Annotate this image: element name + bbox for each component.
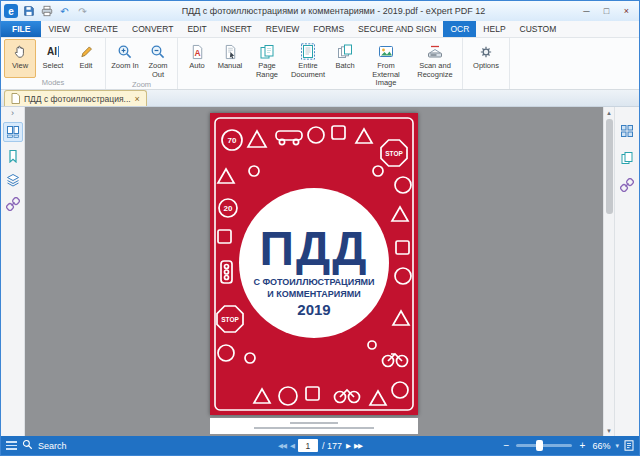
- menu-icon[interactable]: [6, 441, 17, 450]
- batch-label: Batch: [335, 62, 354, 71]
- tab-secure-and-sign[interactable]: SECURE AND SIGN: [351, 21, 443, 37]
- stop-sign-text: STOP: [385, 150, 403, 157]
- zoom-out-button[interactable]: Zoom Out: [142, 39, 174, 80]
- view-button-label: View: [12, 62, 28, 71]
- scan-and-recognize-label: Scan and Recognize: [412, 62, 458, 79]
- zoom-slider[interactable]: [516, 444, 572, 447]
- zoom-slider-thumb[interactable]: [536, 440, 543, 451]
- fit-page-icon[interactable]: [624, 440, 634, 451]
- status-zoom-in-button[interactable]: +: [577, 440, 587, 451]
- save-icon[interactable]: [21, 4, 36, 19]
- layers-icon: [6, 173, 20, 187]
- scroll-down-arrow[interactable]: ▼: [606, 425, 612, 436]
- vertical-scrollbar[interactable]: ▲ ▼: [603, 107, 614, 436]
- options-button[interactable]: Options: [466, 39, 506, 78]
- search-label[interactable]: Search: [38, 441, 67, 451]
- zoom-in-button[interactable]: Zoom In: [109, 39, 141, 80]
- manual-label: Manual: [218, 62, 243, 71]
- tab-convert[interactable]: CONVERT: [125, 21, 180, 37]
- window-title: ПДД с фотоиллюстрациями и комментариями …: [93, 6, 574, 16]
- next-page-button[interactable]: ▶: [346, 442, 350, 450]
- attachments-panel-button[interactable]: [3, 194, 23, 214]
- clipboard-panel-button[interactable]: [617, 148, 637, 168]
- edit-button-label: Edit: [80, 62, 93, 71]
- entire-document-button[interactable]: Entire Document: [288, 39, 328, 89]
- right-panel-rail: [614, 107, 639, 436]
- statusbar: Search ◀◀ ◀ 1 / 177 ▶ ▶▶ − + 66% ▾: [1, 436, 639, 455]
- first-page-button[interactable]: ◀◀: [278, 442, 286, 450]
- tab-insert[interactable]: INSERT: [214, 21, 259, 37]
- scan-and-recognize-button[interactable]: Scan and Recognize: [411, 39, 459, 89]
- tab-custom[interactable]: CUSTOM: [513, 21, 564, 37]
- pencil-icon: [79, 43, 94, 60]
- bookmarks-panel-button[interactable]: [3, 146, 23, 166]
- cover-title: ПДД: [260, 222, 369, 275]
- document-tab-label: ПДД с фотоиллюстрация...: [24, 94, 131, 104]
- thumbnails-panel-button[interactable]: [3, 122, 23, 142]
- stop-sign-text: STOP: [221, 316, 239, 323]
- batch-button[interactable]: Batch: [329, 39, 361, 89]
- select-button-label: Select: [43, 62, 64, 71]
- layers-panel-button[interactable]: [3, 170, 23, 190]
- left-panel-rail: ›: [1, 107, 25, 436]
- tab-help[interactable]: HELP: [476, 21, 512, 37]
- minimize-button[interactable]: ─: [577, 4, 596, 19]
- gear-icon: [478, 43, 494, 60]
- tab-edit[interactable]: EDIT: [180, 21, 213, 37]
- select-mode-button[interactable]: AI Select: [37, 39, 69, 78]
- ribbon-group-label: Zoom: [109, 80, 174, 89]
- tab-forms[interactable]: FORMS: [306, 21, 351, 37]
- svg-text:A: A: [194, 47, 200, 57]
- current-page-input[interactable]: 1: [298, 439, 318, 452]
- document-tab[interactable]: ПДД с фотоиллюстрация... ×: [4, 90, 147, 106]
- zoom-level-value[interactable]: 66%: [592, 441, 610, 451]
- undo-icon[interactable]: ↶: [57, 4, 72, 19]
- speed-limit-70: 70: [228, 136, 237, 145]
- zoom-dropdown-caret-icon[interactable]: ▾: [615, 442, 619, 450]
- next-page-text-line: [290, 422, 338, 424]
- bookmark-icon: [6, 149, 20, 163]
- grid-view-panel-button[interactable]: [617, 121, 637, 141]
- titlebar: e ↶ ↷ ПДД с фотоиллюстрациями и коммента…: [1, 1, 639, 21]
- ribbon-group-label: Modes: [4, 78, 102, 89]
- edit-mode-button[interactable]: Edit: [70, 39, 102, 78]
- auto-recognize-button[interactable]: A Auto: [181, 39, 213, 89]
- maximize-button[interactable]: □: [597, 4, 616, 19]
- zoom-in-label: Zoom In: [111, 62, 139, 71]
- redo-icon[interactable]: ↷: [75, 4, 90, 19]
- scrollbar-thumb[interactable]: [606, 119, 613, 214]
- tab-ocr[interactable]: OCR: [443, 21, 476, 37]
- speed-limit-20: 20: [224, 204, 233, 213]
- view-mode-button[interactable]: View: [4, 39, 36, 78]
- from-external-image-label: From External Image: [363, 62, 409, 88]
- page-range-button[interactable]: Page Range: [247, 39, 287, 89]
- last-page-button[interactable]: ▶▶: [354, 442, 362, 450]
- statusbar-left: Search: [6, 439, 67, 452]
- print-icon[interactable]: [39, 4, 54, 19]
- cover-year: 2019: [297, 301, 330, 318]
- next-page-preview: [210, 418, 418, 434]
- links-panel-button[interactable]: [617, 175, 637, 195]
- manual-recognize-button[interactable]: Manual: [214, 39, 246, 89]
- ribbon-group-options: Options: [463, 38, 510, 89]
- document-icon: [11, 93, 20, 104]
- chain-icon: [620, 178, 634, 192]
- scroll-up-arrow[interactable]: ▲: [606, 107, 612, 118]
- zoom-out-label: Zoom Out: [143, 62, 173, 79]
- previous-page-button[interactable]: ◀: [290, 442, 294, 450]
- document-tab-close-icon[interactable]: ×: [135, 94, 140, 104]
- tab-file[interactable]: FILE: [1, 21, 41, 37]
- panel-expand-icon[interactable]: ›: [11, 108, 14, 118]
- document-viewport[interactable]: STOP STOP 70 20 ПДД С ФОТОИЛЛЮСТРАЦИЯМИ …: [25, 107, 603, 436]
- tab-view[interactable]: VIEW: [41, 21, 77, 37]
- search-icon[interactable]: [22, 439, 33, 452]
- from-external-image-button[interactable]: From External Image: [362, 39, 410, 89]
- tab-review[interactable]: REVIEW: [259, 21, 307, 37]
- link-icon: [6, 197, 20, 211]
- status-zoom-out-button[interactable]: −: [501, 440, 511, 451]
- document-tab-bar: ПДД с фотоиллюстрация... ×: [1, 90, 639, 107]
- close-button[interactable]: ×: [617, 4, 636, 19]
- tab-create[interactable]: CREATE: [77, 21, 125, 37]
- grid-icon: [620, 124, 634, 138]
- entire-document-label: Entire Document: [289, 62, 327, 79]
